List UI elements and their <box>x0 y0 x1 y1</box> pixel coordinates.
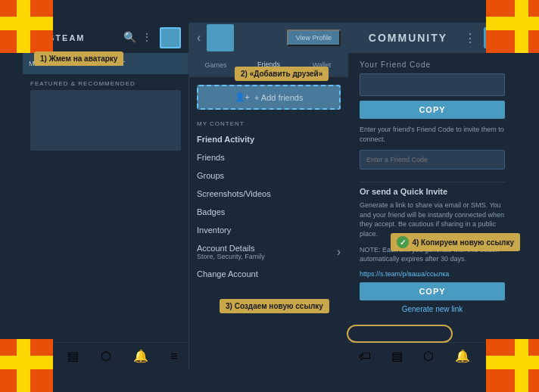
middle-header: ‹ View Profile <box>189 23 348 53</box>
bottom-right-notifications-icon[interactable]: 🔔 <box>455 349 470 363</box>
annotation-3: 3) Создаем новую ссылку <box>220 299 329 313</box>
gift-box-bottom-right <box>486 339 539 392</box>
account-arrow-icon: › <box>337 245 341 259</box>
ribbon-v <box>17 339 30 392</box>
add-friends-icon: 👤+ <box>235 92 250 102</box>
gift-box-top-left <box>0 0 53 53</box>
annotation-1: 1) Жмем на аватарку <box>34 51 123 66</box>
profile-avatar-middle <box>207 24 234 51</box>
ribbon-v <box>515 339 528 392</box>
menu-item-change-account[interactable]: Change Account <box>189 265 348 283</box>
annotation-4: ✓ 4) Копируем новую ссылку <box>391 233 520 251</box>
add-friends-button[interactable]: 👤+ + Add friends <box>197 85 341 110</box>
account-details-section[interactable]: Account Details Store, Security, Family … <box>189 239 348 265</box>
left-main: FEATURED & RECOMMENDED <box>23 74 188 342</box>
header-icons: 🔍 ⋮ <box>123 27 181 48</box>
ribbon-v <box>17 0 30 53</box>
divider <box>360 182 505 182</box>
more-icon[interactable]: ⋮ <box>142 31 155 45</box>
right-panel: COMMUNITY ⋮ Your Friend Code COPY Enter … <box>348 23 516 369</box>
annotation-2: 2) «Добавить друзей» <box>235 67 329 81</box>
bottom-nav-notifications-icon[interactable]: 🔔 <box>133 349 148 363</box>
friend-code-label: Your Friend Code <box>360 61 505 69</box>
my-content-label: MY CONTENT <box>189 117 348 130</box>
avatar[interactable] <box>160 27 181 48</box>
back-arrow-icon[interactable]: ‹ <box>197 31 201 45</box>
enter-friend-code-input[interactable] <box>360 150 505 170</box>
bottom-right-library-icon[interactable]: ▤ <box>391 349 403 363</box>
gift-box-bottom-left <box>0 339 53 392</box>
bottom-right-store-icon[interactable]: 🏷 <box>359 350 371 363</box>
account-sub-text: Store, Security, Family <box>197 253 265 260</box>
community-menu-icon[interactable]: ⋮ <box>464 31 476 45</box>
link-url: https://s.team/p/ваша/ссылка <box>360 270 505 278</box>
bottom-nav-menu-icon[interactable]: ≡ <box>170 350 177 363</box>
friend-code-input[interactable] <box>360 73 505 96</box>
ribbon-v <box>515 0 528 53</box>
right-content: Your Friend Code COPY Enter your friend'… <box>348 53 516 342</box>
generate-new-link-button[interactable]: Generate new link <box>360 305 505 313</box>
check-icon: ✓ <box>397 236 409 248</box>
menu-item-friend-activity[interactable]: Friend Activity <box>189 130 348 148</box>
bottom-nav-library-icon[interactable]: ▤ <box>67 349 79 363</box>
community-title: COMMUNITY <box>360 32 456 44</box>
steam-logo-text: STEAM <box>48 33 86 42</box>
gift-box-top-right <box>486 0 539 53</box>
featured-label: FEATURED & RECOMMENDED <box>23 74 188 90</box>
bottom-nav-community-icon[interactable]: ⬡ <box>101 349 111 363</box>
ribbon-h <box>486 17 539 30</box>
featured-image <box>30 90 181 151</box>
left-panel: ⊙ STEAM 🔍 ⋮ МЕНЮ WISHLIST WALLET FEATURE… <box>23 23 189 369</box>
generate-link-highlight <box>347 325 453 343</box>
menu-item-screenshots[interactable]: Screenshots/Videos <box>189 185 348 203</box>
bottom-right-community-icon[interactable]: ⬡ <box>423 349 434 363</box>
menu-item-groups[interactable]: Groups <box>189 166 348 185</box>
copy-friend-code-button[interactable]: COPY <box>360 101 505 119</box>
copy-link-button[interactable]: COPY <box>360 282 505 300</box>
menu-item-inventory[interactable]: Inventory <box>189 221 348 239</box>
quick-invite-title: Or send a Quick Invite <box>360 187 505 196</box>
menu-item-badges[interactable]: Badges <box>189 203 348 221</box>
view-profile-button[interactable]: View Profile <box>287 30 341 46</box>
ribbon-h <box>486 356 539 369</box>
menu-item-friends[interactable]: Friends <box>189 148 348 166</box>
account-details-text: Account Details <box>197 244 265 253</box>
search-icon[interactable]: 🔍 <box>123 31 137 45</box>
invite-description: Enter your friend's Friend Code to invit… <box>360 125 505 144</box>
